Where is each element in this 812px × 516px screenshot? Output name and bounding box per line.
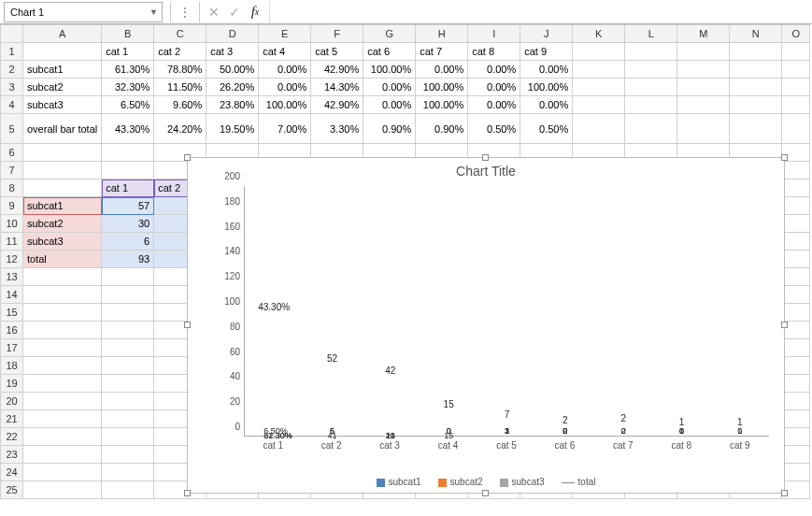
cell[interactable] — [782, 43, 810, 61]
cell[interactable]: overall bar total — [23, 114, 102, 144]
chart-plot-area[interactable]: 020406080100120140160180200 61.30%32.30%… — [216, 186, 775, 437]
cell[interactable]: 24.20% — [154, 114, 207, 144]
cell[interactable] — [782, 79, 810, 96]
accept-icon[interactable]: ✓ — [224, 2, 245, 22]
row-header[interactable]: 23 — [1, 446, 23, 464]
cell[interactable] — [23, 304, 102, 322]
cell[interactable]: cat 8 — [468, 43, 520, 61]
cell[interactable]: cat 2 — [154, 43, 207, 61]
cell[interactable]: cat 1 — [102, 179, 154, 197]
cell[interactable]: 100.00% — [520, 79, 573, 96]
cell[interactable] — [782, 197, 810, 215]
cell[interactable]: subcat1 — [23, 61, 102, 79]
cell[interactable]: total — [23, 251, 102, 268]
cell[interactable]: cat 7 — [416, 43, 468, 61]
cell[interactable] — [23, 286, 102, 304]
cell[interactable]: 50.00% — [207, 61, 259, 79]
more-icon[interactable]: ⋮ — [178, 5, 192, 20]
col-header[interactable]: A — [23, 25, 102, 43]
cell[interactable]: 19.50% — [207, 114, 259, 144]
cell[interactable]: subcat1 — [23, 197, 102, 215]
row-header[interactable]: 7 — [1, 162, 23, 179]
cell[interactable] — [782, 464, 810, 481]
row-header[interactable]: 16 — [1, 322, 23, 339]
col-header[interactable]: C — [154, 25, 207, 43]
cell[interactable]: 26.20% — [207, 79, 259, 96]
cell[interactable] — [573, 114, 625, 144]
cell[interactable] — [782, 114, 810, 144]
fx-icon[interactable]: fx — [245, 2, 265, 22]
cell[interactable] — [573, 43, 625, 61]
cell[interactable] — [625, 61, 677, 79]
cell[interactable] — [625, 79, 677, 96]
cell[interactable]: 0.90% — [416, 114, 468, 144]
cell[interactable] — [102, 428, 154, 446]
cell[interactable]: 6.50% — [102, 96, 154, 114]
row-header[interactable]: 4 — [1, 96, 23, 114]
cell[interactable]: 7.00% — [259, 114, 311, 144]
cell[interactable]: 61.30% — [102, 61, 154, 79]
row-header[interactable]: 25 — [1, 481, 23, 499]
col-header[interactable]: B — [102, 25, 154, 43]
cell[interactable] — [102, 375, 154, 393]
col-header[interactable]: I — [468, 25, 520, 43]
cell[interactable] — [23, 162, 102, 179]
cell[interactable] — [23, 144, 102, 162]
cell[interactable]: 0.50% — [520, 114, 573, 144]
col-header[interactable]: H — [416, 25, 468, 43]
row-header[interactable]: 18 — [1, 357, 23, 375]
cell[interactable]: 23.80% — [207, 96, 259, 114]
cell[interactable] — [23, 322, 102, 339]
chart-title[interactable]: Chart Title — [188, 158, 784, 180]
cell[interactable] — [677, 114, 730, 144]
row-header[interactable]: 19 — [1, 375, 23, 393]
cell[interactable]: 42.90% — [311, 61, 363, 79]
cell[interactable] — [782, 446, 810, 464]
col-header[interactable]: K — [573, 25, 625, 43]
cell[interactable]: 0.00% — [520, 61, 573, 79]
cell[interactable] — [782, 393, 810, 410]
cell[interactable] — [102, 322, 154, 339]
cell[interactable]: subcat3 — [23, 233, 102, 251]
cell[interactable] — [730, 96, 782, 114]
cell[interactable]: 0.00% — [259, 61, 311, 79]
cell[interactable] — [23, 428, 102, 446]
cell[interactable] — [782, 428, 810, 446]
cell[interactable] — [677, 61, 730, 79]
cell[interactable] — [730, 114, 782, 144]
cell[interactable]: subcat2 — [23, 215, 102, 233]
cell[interactable] — [102, 304, 154, 322]
cell[interactable] — [782, 162, 810, 179]
cell[interactable]: 0.00% — [416, 61, 468, 79]
row-header[interactable]: 14 — [1, 286, 23, 304]
col-header[interactable]: J — [520, 25, 573, 43]
cell[interactable] — [102, 339, 154, 357]
col-header[interactable]: D — [207, 25, 259, 43]
cell[interactable] — [782, 357, 810, 375]
cell[interactable]: 100.00% — [363, 61, 416, 79]
chart-legend[interactable]: subcat1 subcat2 subcat3 total — [188, 477, 784, 487]
resize-handle[interactable] — [781, 154, 788, 161]
cell[interactable] — [102, 464, 154, 481]
cell[interactable] — [23, 393, 102, 410]
row-header[interactable]: 20 — [1, 393, 23, 410]
cell[interactable] — [782, 233, 810, 251]
row-header[interactable]: 17 — [1, 339, 23, 357]
cell[interactable] — [102, 268, 154, 286]
cell[interactable] — [23, 43, 102, 61]
cell[interactable]: 100.00% — [416, 79, 468, 96]
cell[interactable]: 32.30% — [102, 79, 154, 96]
cell[interactable]: 93 — [102, 251, 154, 268]
row-header[interactable]: 8 — [1, 179, 23, 197]
cell[interactable]: cat 1 — [102, 43, 154, 61]
cell[interactable]: 100.00% — [259, 96, 311, 114]
cell[interactable] — [782, 251, 810, 268]
cell[interactable] — [23, 357, 102, 375]
cell[interactable] — [730, 61, 782, 79]
cell[interactable]: 11.50% — [154, 79, 207, 96]
cell[interactable] — [625, 43, 677, 61]
col-header[interactable]: G — [363, 25, 416, 43]
cell[interactable]: cat 3 — [207, 43, 259, 61]
formula-input[interactable] — [269, 2, 812, 22]
cell[interactable]: 0.90% — [363, 114, 416, 144]
